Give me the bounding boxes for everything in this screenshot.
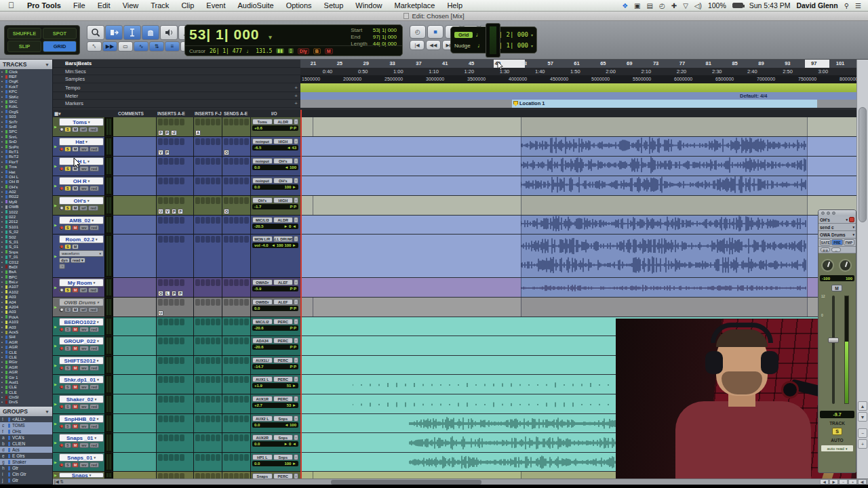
solo-button[interactable]: S: [64, 146, 71, 152]
apple-menu-icon[interactable]: : [0, 1, 21, 10]
solo-button[interactable]: S: [64, 462, 71, 468]
automation-mode-button[interactable]: red: [88, 127, 98, 132]
inserts-ae-cell[interactable]: [157, 414, 194, 432]
pan-value[interactable]: 100 ►: [284, 462, 296, 466]
insert-chip[interactable]: iZ: [171, 130, 177, 136]
insert-slot[interactable]: [174, 434, 179, 441]
pan-value[interactable]: ◄ 43: [287, 146, 296, 150]
send-slot[interactable]: [224, 473, 229, 479]
sidebar-track-item[interactable]: •MyR: [0, 199, 52, 204]
insert-slot[interactable]: [158, 434, 163, 441]
output-selector[interactable]: ALDR: [273, 119, 294, 125]
scrubber-tool-button[interactable]: [160, 25, 178, 40]
io-expand-icon[interactable]: ↑: [294, 279, 298, 285]
insert-slot[interactable]: [158, 357, 163, 364]
menu-event[interactable]: Event: [200, 1, 231, 9]
send-slot[interactable]: [234, 473, 239, 479]
sidebar-track-item[interactable]: •SnTr: [0, 119, 52, 124]
track-show-dot[interactable]: •: [1, 190, 4, 193]
move-icon[interactable]: ✚: [671, 2, 677, 9]
insert-slot[interactable]: [180, 119, 184, 125]
inserts-fj-cell[interactable]: [194, 137, 222, 156]
rewind-button[interactable]: ◀◀: [426, 40, 441, 50]
output-selector[interactable]: HIGH: [273, 197, 294, 203]
insert-slot[interactable]: [211, 357, 216, 364]
insert-slot[interactable]: [201, 396, 205, 403]
view-toggle-button[interactable]: wv: [79, 404, 88, 409]
insert-slot[interactable]: [158, 396, 163, 403]
insert-chip[interactable]: V: [165, 209, 170, 214]
scroll-right-button[interactable]: ▶: [829, 479, 838, 485]
insert-slot[interactable]: [158, 138, 163, 145]
send-slot[interactable]: [239, 454, 244, 461]
solo-button[interactable]: S: [64, 404, 71, 409]
inserts-fj-cell[interactable]: [194, 278, 222, 297]
track-show-dot[interactable]: •: [1, 195, 4, 198]
sends-ae-cell[interactable]: [222, 394, 251, 413]
sidebar-track-item[interactable]: •BsLv: [0, 279, 52, 284]
sidebar-track-item[interactable]: •S02: [0, 235, 52, 239]
automation-mode-button[interactable]: red: [90, 424, 100, 429]
inverse-link-icon[interactable]: ↔: [831, 247, 841, 252]
send-slot[interactable]: [234, 279, 239, 286]
timeline-track-lane[interactable]: [300, 278, 868, 298]
mode-slip-button[interactable]: SLIP: [7, 41, 41, 52]
view-toggle-button[interactable]: wf: [79, 307, 87, 312]
insert-slot[interactable]: [205, 338, 210, 344]
comments-cell[interactable]: [113, 298, 157, 317]
track-expand-arrow[interactable]: ▶: [53, 176, 58, 195]
output-selector[interactable]: ALDR: [273, 217, 294, 223]
insert-slot[interactable]: [180, 319, 184, 325]
pan-value[interactable]: ► 0 ◄: [283, 224, 296, 228]
track-show-dot[interactable]: •: [1, 75, 4, 78]
track-show-dot[interactable]: •: [1, 180, 4, 183]
menu-track[interactable]: Track: [144, 1, 175, 9]
insert-slot[interactable]: [216, 376, 220, 383]
send-slot[interactable]: [224, 197, 229, 204]
send-slot[interactable]: [244, 119, 249, 125]
track-show-dot[interactable]: •: [1, 321, 4, 323]
selector-tool-button[interactable]: [123, 25, 141, 40]
sends-ae-cell[interactable]: [222, 235, 251, 277]
insert-slot[interactable]: [201, 197, 205, 204]
groups-list-header[interactable]: GROUPS▼: [0, 407, 52, 416]
insert-slot[interactable]: [216, 299, 220, 306]
view-toggle-button[interactable]: wv: [79, 146, 88, 152]
volume-value[interactable]: +1.9: [254, 384, 262, 388]
sidebar-track-item[interactable]: •KckT: [0, 84, 52, 89]
inserts-fj-cell[interactable]: [194, 414, 222, 432]
send-slot[interactable]: [234, 299, 239, 306]
mute-button[interactable]: M: [72, 225, 79, 230]
track-expand-arrow[interactable]: ▶: [53, 216, 58, 234]
insert-slot[interactable]: [158, 236, 163, 243]
send-slot[interactable]: [239, 434, 244, 441]
insert-slot[interactable]: [180, 376, 184, 383]
record-enable-button[interactable]: [59, 206, 64, 211]
automation-follows-button[interactable]: ≡: [165, 41, 180, 52]
insert-slot[interactable]: [195, 357, 200, 364]
track-show-dot[interactable]: •: [1, 130, 4, 133]
solo-button[interactable]: S: [64, 205, 71, 211]
io-expand-icon[interactable]: ↑: [294, 299, 298, 305]
record-enable-button[interactable]: [59, 226, 64, 230]
volume-value[interactable]: -1.7: [254, 205, 261, 209]
send-slot[interactable]: [239, 357, 244, 364]
send-slot[interactable]: [244, 396, 249, 403]
send-track-selector[interactable]: OH's▾: [818, 216, 856, 224]
insert-slot[interactable]: [180, 138, 184, 145]
ruler-label-samples[interactable]: Samples: [53, 75, 300, 83]
track-show-dot[interactable]: •: [1, 211, 4, 214]
solo-button[interactable]: S: [64, 186, 71, 191]
automation-mode-button[interactable]: red: [90, 346, 100, 351]
group-item[interactable]: fOHs: [0, 428, 52, 434]
insert-slot[interactable]: [169, 178, 174, 184]
send-slot[interactable]: [244, 138, 249, 145]
insert-slot[interactable]: [201, 119, 205, 125]
track-show-dot[interactable]: •: [1, 115, 4, 118]
mute-button[interactable]: M: [72, 307, 79, 312]
pan-value[interactable]: P P: [290, 287, 296, 291]
menu-pro-tools[interactable]: Pro Tools: [21, 1, 67, 9]
send-slot[interactable]: [239, 415, 244, 422]
fit-to-window-button[interactable]: ◀|: [858, 479, 867, 485]
insert-slot[interactable]: [169, 396, 174, 403]
